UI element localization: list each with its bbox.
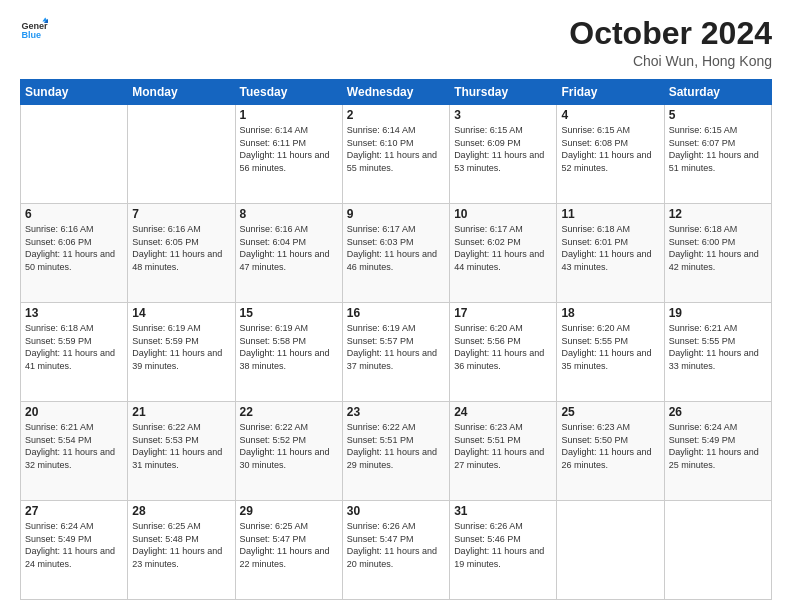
svg-text:General: General: [21, 21, 48, 31]
day-number: 12: [669, 207, 767, 221]
day-info: Sunrise: 6:18 AMSunset: 5:59 PMDaylight:…: [25, 322, 123, 372]
col-friday: Friday: [557, 80, 664, 105]
day-number: 14: [132, 306, 230, 320]
calendar-cell: 4Sunrise: 6:15 AMSunset: 6:08 PMDaylight…: [557, 105, 664, 204]
day-info: Sunrise: 6:16 AMSunset: 6:05 PMDaylight:…: [132, 223, 230, 273]
calendar-cell: 8Sunrise: 6:16 AMSunset: 6:04 PMDaylight…: [235, 204, 342, 303]
week-row-5: 27Sunrise: 6:24 AMSunset: 5:49 PMDayligh…: [21, 501, 772, 600]
day-info: Sunrise: 6:15 AMSunset: 6:08 PMDaylight:…: [561, 124, 659, 174]
calendar-cell: 1Sunrise: 6:14 AMSunset: 6:11 PMDaylight…: [235, 105, 342, 204]
calendar-cell: 27Sunrise: 6:24 AMSunset: 5:49 PMDayligh…: [21, 501, 128, 600]
week-row-1: 1Sunrise: 6:14 AMSunset: 6:11 PMDaylight…: [21, 105, 772, 204]
week-row-3: 13Sunrise: 6:18 AMSunset: 5:59 PMDayligh…: [21, 303, 772, 402]
location: Choi Wun, Hong Kong: [569, 53, 772, 69]
calendar-cell: 13Sunrise: 6:18 AMSunset: 5:59 PMDayligh…: [21, 303, 128, 402]
day-number: 21: [132, 405, 230, 419]
day-info: Sunrise: 6:18 AMSunset: 6:00 PMDaylight:…: [669, 223, 767, 273]
col-wednesday: Wednesday: [342, 80, 449, 105]
day-info: Sunrise: 6:17 AMSunset: 6:02 PMDaylight:…: [454, 223, 552, 273]
day-info: Sunrise: 6:17 AMSunset: 6:03 PMDaylight:…: [347, 223, 445, 273]
calendar-cell: 14Sunrise: 6:19 AMSunset: 5:59 PMDayligh…: [128, 303, 235, 402]
calendar-cell: 18Sunrise: 6:20 AMSunset: 5:55 PMDayligh…: [557, 303, 664, 402]
day-info: Sunrise: 6:15 AMSunset: 6:09 PMDaylight:…: [454, 124, 552, 174]
day-number: 15: [240, 306, 338, 320]
col-sunday: Sunday: [21, 80, 128, 105]
calendar-cell: 26Sunrise: 6:24 AMSunset: 5:49 PMDayligh…: [664, 402, 771, 501]
day-number: 16: [347, 306, 445, 320]
calendar-cell: 31Sunrise: 6:26 AMSunset: 5:46 PMDayligh…: [450, 501, 557, 600]
day-info: Sunrise: 6:23 AMSunset: 5:50 PMDaylight:…: [561, 421, 659, 471]
page: General Blue October 2024 Choi Wun, Hong…: [0, 0, 792, 612]
day-number: 22: [240, 405, 338, 419]
calendar-cell: 30Sunrise: 6:26 AMSunset: 5:47 PMDayligh…: [342, 501, 449, 600]
calendar-cell: 5Sunrise: 6:15 AMSunset: 6:07 PMDaylight…: [664, 105, 771, 204]
day-info: Sunrise: 6:20 AMSunset: 5:55 PMDaylight:…: [561, 322, 659, 372]
day-number: 24: [454, 405, 552, 419]
day-number: 27: [25, 504, 123, 518]
calendar-cell: 24Sunrise: 6:23 AMSunset: 5:51 PMDayligh…: [450, 402, 557, 501]
day-number: 8: [240, 207, 338, 221]
calendar-cell: 2Sunrise: 6:14 AMSunset: 6:10 PMDaylight…: [342, 105, 449, 204]
day-number: 25: [561, 405, 659, 419]
day-number: 31: [454, 504, 552, 518]
calendar-cell: [128, 105, 235, 204]
day-number: 9: [347, 207, 445, 221]
day-info: Sunrise: 6:24 AMSunset: 5:49 PMDaylight:…: [25, 520, 123, 570]
day-info: Sunrise: 6:22 AMSunset: 5:53 PMDaylight:…: [132, 421, 230, 471]
calendar-cell: 17Sunrise: 6:20 AMSunset: 5:56 PMDayligh…: [450, 303, 557, 402]
calendar-cell: 7Sunrise: 6:16 AMSunset: 6:05 PMDaylight…: [128, 204, 235, 303]
day-number: 26: [669, 405, 767, 419]
day-number: 20: [25, 405, 123, 419]
day-info: Sunrise: 6:19 AMSunset: 5:57 PMDaylight:…: [347, 322, 445, 372]
day-info: Sunrise: 6:22 AMSunset: 5:52 PMDaylight:…: [240, 421, 338, 471]
day-info: Sunrise: 6:23 AMSunset: 5:51 PMDaylight:…: [454, 421, 552, 471]
calendar-cell: 28Sunrise: 6:25 AMSunset: 5:48 PMDayligh…: [128, 501, 235, 600]
day-info: Sunrise: 6:16 AMSunset: 6:04 PMDaylight:…: [240, 223, 338, 273]
header-row: Sunday Monday Tuesday Wednesday Thursday…: [21, 80, 772, 105]
logo: General Blue: [20, 16, 48, 44]
day-number: 18: [561, 306, 659, 320]
week-row-4: 20Sunrise: 6:21 AMSunset: 5:54 PMDayligh…: [21, 402, 772, 501]
day-number: 19: [669, 306, 767, 320]
day-info: Sunrise: 6:21 AMSunset: 5:54 PMDaylight:…: [25, 421, 123, 471]
day-info: Sunrise: 6:26 AMSunset: 5:47 PMDaylight:…: [347, 520, 445, 570]
day-info: Sunrise: 6:19 AMSunset: 5:58 PMDaylight:…: [240, 322, 338, 372]
day-number: 3: [454, 108, 552, 122]
day-info: Sunrise: 6:22 AMSunset: 5:51 PMDaylight:…: [347, 421, 445, 471]
calendar-cell: 3Sunrise: 6:15 AMSunset: 6:09 PMDaylight…: [450, 105, 557, 204]
day-info: Sunrise: 6:25 AMSunset: 5:47 PMDaylight:…: [240, 520, 338, 570]
day-number: 6: [25, 207, 123, 221]
calendar-cell: 25Sunrise: 6:23 AMSunset: 5:50 PMDayligh…: [557, 402, 664, 501]
day-number: 29: [240, 504, 338, 518]
day-info: Sunrise: 6:21 AMSunset: 5:55 PMDaylight:…: [669, 322, 767, 372]
day-number: 2: [347, 108, 445, 122]
calendar-cell: [21, 105, 128, 204]
day-number: 17: [454, 306, 552, 320]
calendar-cell: [664, 501, 771, 600]
day-info: Sunrise: 6:18 AMSunset: 6:01 PMDaylight:…: [561, 223, 659, 273]
col-thursday: Thursday: [450, 80, 557, 105]
day-info: Sunrise: 6:20 AMSunset: 5:56 PMDaylight:…: [454, 322, 552, 372]
svg-text:Blue: Blue: [21, 30, 41, 40]
month-title: October 2024: [569, 16, 772, 51]
day-info: Sunrise: 6:26 AMSunset: 5:46 PMDaylight:…: [454, 520, 552, 570]
calendar-cell: 11Sunrise: 6:18 AMSunset: 6:01 PMDayligh…: [557, 204, 664, 303]
day-info: Sunrise: 6:14 AMSunset: 6:10 PMDaylight:…: [347, 124, 445, 174]
title-block: October 2024 Choi Wun, Hong Kong: [569, 16, 772, 69]
calendar-cell: 20Sunrise: 6:21 AMSunset: 5:54 PMDayligh…: [21, 402, 128, 501]
calendar-cell: 15Sunrise: 6:19 AMSunset: 5:58 PMDayligh…: [235, 303, 342, 402]
day-number: 30: [347, 504, 445, 518]
header: General Blue October 2024 Choi Wun, Hong…: [20, 16, 772, 69]
day-info: Sunrise: 6:19 AMSunset: 5:59 PMDaylight:…: [132, 322, 230, 372]
week-row-2: 6Sunrise: 6:16 AMSunset: 6:06 PMDaylight…: [21, 204, 772, 303]
calendar-cell: 19Sunrise: 6:21 AMSunset: 5:55 PMDayligh…: [664, 303, 771, 402]
calendar-cell: 22Sunrise: 6:22 AMSunset: 5:52 PMDayligh…: [235, 402, 342, 501]
calendar-cell: 9Sunrise: 6:17 AMSunset: 6:03 PMDaylight…: [342, 204, 449, 303]
logo-icon: General Blue: [20, 16, 48, 44]
day-number: 7: [132, 207, 230, 221]
day-number: 13: [25, 306, 123, 320]
day-info: Sunrise: 6:25 AMSunset: 5:48 PMDaylight:…: [132, 520, 230, 570]
calendar-cell: 12Sunrise: 6:18 AMSunset: 6:00 PMDayligh…: [664, 204, 771, 303]
day-number: 23: [347, 405, 445, 419]
day-number: 11: [561, 207, 659, 221]
